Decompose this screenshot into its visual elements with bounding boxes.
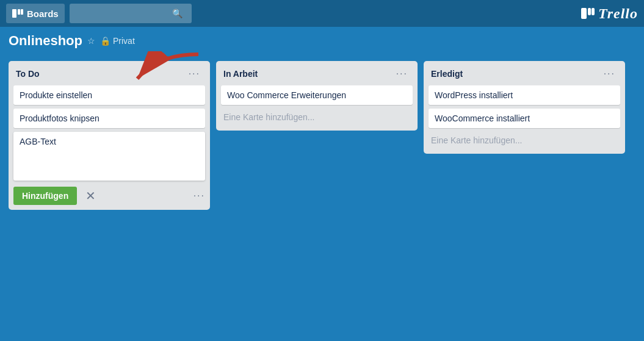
list-todo-header: To Do ··· <box>13 66 205 82</box>
svg-rect-5 <box>592 8 595 15</box>
privacy-label: Privat <box>113 36 135 46</box>
nav-left: Boards 🔍 <box>6 4 192 23</box>
editor-more-button[interactable]: ··· <box>194 190 205 201</box>
list-inarbeit-header: In Arbeit ··· <box>221 66 413 82</box>
list-todo-title: To Do <box>16 69 40 79</box>
star-icon[interactable]: ☆ <box>87 36 95 46</box>
add-card-placeholder-inarbeit[interactable]: Eine Karte hinzufügen... <box>221 109 413 126</box>
editor-actions: Hinzufügen ✕ ··· <box>13 187 205 205</box>
list-todo-menu[interactable]: ··· <box>186 67 203 81</box>
cancel-card-button[interactable]: ✕ <box>82 188 99 203</box>
trello-wordmark: Trello <box>598 5 638 22</box>
list-inarbeit-menu[interactable]: ··· <box>394 67 410 81</box>
board-title: Onlineshop <box>9 33 82 49</box>
list-todo: To Do ··· Produkte einstellen Produktfot… <box>9 61 210 210</box>
list-erledigt-header: Erledigt ··· <box>429 66 620 82</box>
svg-rect-2 <box>21 9 23 15</box>
lock-icon: 🔒 <box>100 36 110 46</box>
svg-rect-3 <box>581 8 587 19</box>
privacy-wrap: 🔒 Privat <box>100 36 135 46</box>
boards-label: Boards <box>27 9 59 19</box>
list-item[interactable]: Woo Commerce Erweiterungen <box>221 85 413 105</box>
list-erledigt-title: Erledigt <box>431 69 463 79</box>
list-item[interactable]: Produktfotos knipsen <box>13 109 205 128</box>
svg-rect-0 <box>12 9 16 18</box>
add-card-button[interactable]: Hinzufügen <box>13 187 77 205</box>
add-card-placeholder-erledigt[interactable]: Eine Karte hinzufügen... <box>429 132 620 149</box>
list-item[interactable]: Produkte einstellen <box>13 85 205 105</box>
trello-logo: Trello <box>581 5 638 22</box>
list-item[interactable]: WooCommerce installiert <box>429 109 620 128</box>
list-erledigt-menu[interactable]: ··· <box>601 67 618 81</box>
list-item[interactable]: WordPress installiert <box>429 85 620 105</box>
board-header: Onlineshop ☆ 🔒 Privat <box>0 27 644 55</box>
list-inarbeit: In Arbeit ··· Woo Commerce Erweiterungen… <box>216 61 418 131</box>
card-editor: AGB-Text <box>13 132 205 181</box>
top-nav: Boards 🔍 Trello <box>0 0 644 27</box>
list-erledigt: Erledigt ··· WordPress installiert WooCo… <box>424 61 625 154</box>
board-area: To Do ··· Produkte einstellen Produktfot… <box>0 55 644 216</box>
boards-button[interactable]: Boards <box>6 4 65 23</box>
svg-rect-1 <box>18 9 20 15</box>
card-editor-textarea[interactable]: AGB-Text <box>20 137 199 173</box>
search-icon: 🔍 <box>172 9 183 18</box>
list-inarbeit-title: In Arbeit <box>223 69 258 79</box>
search-bar[interactable]: 🔍 <box>70 4 192 23</box>
board-icon <box>12 9 23 18</box>
trello-logo-icon <box>581 8 595 19</box>
search-input[interactable] <box>74 9 172 18</box>
svg-rect-4 <box>588 8 591 15</box>
